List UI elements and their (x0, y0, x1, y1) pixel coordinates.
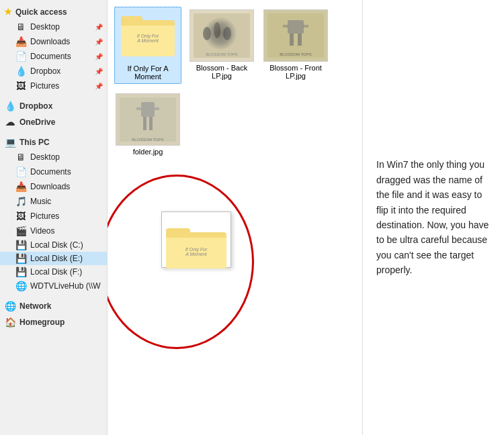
documents2-icon: 📄 (15, 166, 27, 177)
sidebar-item-label: Desktop (30, 22, 60, 32)
file-item-folder[interactable]: If Only ForA Moment If Only For A Moment (114, 7, 181, 84)
sidebar-item-dropbox-pinned[interactable]: 💧 Dropbox 📌 (0, 64, 107, 79)
sidebar-this-pc[interactable]: 💻 This PC (0, 134, 107, 150)
sidebar-item-label: Desktop (30, 152, 60, 162)
folder-content-hint: If Only ForA Moment (124, 34, 171, 43)
sidebar-item-desktop[interactable]: 🖥 Desktop (0, 150, 107, 164)
sidebar-item-documents[interactable]: 📄 Documents (0, 164, 107, 179)
sidebar-item-label: Videos (30, 226, 54, 236)
downloads-icon: 📥 (15, 36, 27, 47)
svg-rect-20 (155, 107, 159, 110)
pin-icon: 📌 (95, 68, 103, 75)
image-thumb-blossom-front: BLOSSOM TOPS (263, 9, 328, 62)
pictures-icon: 🖼 (15, 81, 27, 91)
sidebar-network-label: Network (19, 301, 51, 311)
sidebar-item-local-e[interactable]: 💾 Local Disk (E:) (0, 252, 107, 265)
sidebar-item-label: Downloads (30, 182, 70, 191)
sidebar-item-label: Local Disk (E:) (30, 254, 83, 263)
image-thumb-folder-jpg: BLOSSOM TOPS (116, 93, 180, 146)
svg-point-2 (203, 27, 211, 40)
sidebar-network[interactable]: 🌐 Network (0, 297, 107, 313)
sidebar-homegroup-label: Homegroup (19, 318, 65, 327)
file-label: Blossom - Front LP.jpg (265, 64, 327, 80)
sidebar: ★ Quick access 🖥 Desktop 📌 📥 Downloads 📌… (0, 0, 108, 435)
sidebar-item-label: Music (30, 197, 51, 206)
sidebar-item-desktop-pinned[interactable]: 🖥 Desktop 📌 (0, 19, 107, 34)
sidebar-item-label: WDTVLiveHub (\\W (30, 281, 101, 291)
sidebar-onedrive-label: OneDrive (19, 117, 55, 127)
sidebar-item-local-f[interactable]: 💾 Local Disk (F:) (0, 265, 107, 279)
sidebar-item-downloads-pinned[interactable]: 📥 Downloads 📌 (0, 34, 107, 49)
sidebar-item-wdtv[interactable]: 🌐 WDTVLiveHub (\\W (0, 279, 107, 293)
svg-rect-19 (136, 107, 141, 110)
sidebar-item-documents-pinned[interactable]: 📄 Documents 📌 (0, 49, 107, 64)
pin-icon: 📌 (95, 83, 103, 90)
file-item-folder-jpg[interactable]: BLOSSOM TOPS folder.jpg (114, 91, 181, 158)
sidebar-this-pc-label: This PC (19, 138, 50, 147)
sidebar-item-label: Documents (30, 167, 71, 177)
star-icon: ★ (4, 7, 12, 17)
svg-rect-1 (194, 13, 250, 58)
dropbox-standalone-icon: 💧 (4, 101, 16, 111)
dropbox-icon: 💧 (15, 66, 27, 77)
videos-icon: 🎬 (15, 226, 27, 236)
sidebar-dropbox[interactable]: 💧 Dropbox (0, 97, 107, 113)
sidebar-item-label: Dropbox (30, 66, 60, 76)
desktop-icon: 🖥 (15, 21, 27, 32)
quick-access-header[interactable]: ★ Quick access (0, 4, 107, 19)
network-icon: 🌐 (4, 301, 16, 311)
drive-e-icon: 💾 (15, 254, 27, 263)
svg-rect-16 (141, 102, 155, 117)
svg-rect-11 (283, 25, 288, 28)
pictures2-icon: 🖼 (15, 211, 27, 222)
onedrive-icon: ☁ (4, 117, 16, 128)
file-label: folder.jpg (133, 148, 163, 156)
sidebar-dropbox-label: Dropbox (19, 101, 52, 111)
quick-access-label: Quick access (15, 7, 67, 17)
sidebar-item-downloads[interactable]: 📥 Downloads (0, 179, 107, 194)
file-item-blossom-front[interactable]: BLOSSOM TOPS Blossom - Front LP.jpg (262, 7, 329, 83)
file-label: If Only For A Moment (118, 64, 178, 81)
file-view: If Only ForA Moment If Only For A Moment (108, 0, 363, 435)
pin-icon: 📌 (95, 23, 103, 31)
sidebar-item-local-c[interactable]: 💾 Local Disk (C:) (0, 238, 107, 252)
svg-rect-18 (149, 117, 153, 130)
svg-rect-7 (267, 13, 324, 58)
svg-text:BLOSSOM TOPS: BLOSSOM TOPS (132, 138, 163, 142)
image-thumb-blossom-back: BLOSSOM TOPS (190, 9, 254, 62)
svg-rect-17 (143, 117, 146, 130)
svg-text:BLOSSOM TOPS: BLOSSOM TOPS (280, 52, 311, 56)
sidebar-homegroup[interactable]: 🏠 Homegroup (0, 313, 107, 330)
svg-rect-12 (303, 25, 308, 28)
svg-rect-9 (290, 34, 294, 46)
computer-icon: 💻 (4, 137, 16, 148)
sidebar-item-label: Documents (30, 52, 71, 61)
pin-icon: 📌 (95, 38, 103, 46)
sidebar-item-label: Local Disk (C:) (30, 240, 83, 250)
main-area: If Only ForA Moment If Only For A Moment (108, 0, 504, 435)
file-label: Blossom - Back LP.jpg (191, 64, 253, 80)
file-item-blossom-back[interactable]: BLOSSOM TOPS Blossom - Back LP.jpg (188, 7, 255, 83)
network-drive-icon: 🌐 (15, 281, 27, 291)
svg-point-4 (223, 27, 231, 40)
music-icon: 🎵 (15, 196, 27, 207)
sidebar-item-label: Pictures (30, 211, 59, 221)
sidebar-item-music[interactable]: 🎵 Music (0, 194, 107, 209)
homegroup-icon: 🏠 (4, 317, 16, 328)
sidebar-item-pictures-pinned[interactable]: 🖼 Pictures 📌 (0, 79, 107, 93)
info-panel: In Win7 the only thing you dragged was t… (363, 0, 504, 435)
svg-text:BLOSSOM TOPS: BLOSSOM TOPS (206, 52, 237, 56)
folder-icon: If Only ForA Moment (121, 15, 175, 58)
info-text: In Win7 the only thing you dragged was t… (376, 157, 491, 277)
sidebar-onedrive[interactable]: ☁ OneDrive (0, 113, 107, 130)
floating-folder: If Only ForA Moment (161, 211, 231, 268)
drive-c-icon: 💾 (15, 240, 27, 250)
documents-icon: 📄 (15, 51, 27, 62)
sidebar-item-videos[interactable]: 🎬 Videos (0, 224, 107, 238)
file-grid: If Only ForA Moment If Only For A Moment (114, 7, 355, 158)
sidebar-item-pictures[interactable]: 🖼 Pictures (0, 209, 107, 224)
pin-icon: 📌 (95, 53, 103, 60)
svg-point-3 (214, 22, 220, 38)
svg-rect-10 (298, 34, 302, 46)
sidebar-item-label: Downloads (30, 37, 70, 46)
